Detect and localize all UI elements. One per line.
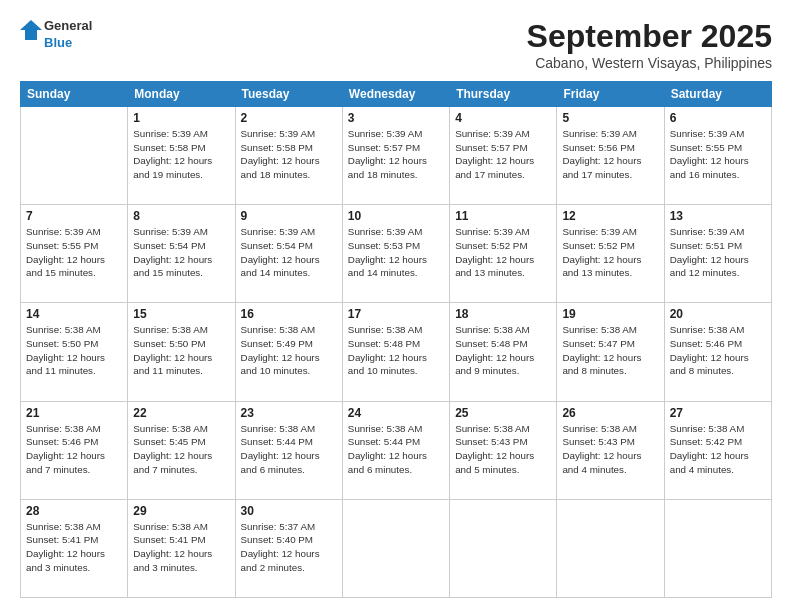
- day-cell: 13Sunrise: 5:39 AM Sunset: 5:51 PM Dayli…: [664, 205, 771, 303]
- day-cell: 23Sunrise: 5:38 AM Sunset: 5:44 PM Dayli…: [235, 401, 342, 499]
- day-cell: 26Sunrise: 5:38 AM Sunset: 5:43 PM Dayli…: [557, 401, 664, 499]
- day-cell: 17Sunrise: 5:38 AM Sunset: 5:48 PM Dayli…: [342, 303, 449, 401]
- day-number: 17: [348, 307, 444, 321]
- day-number: 3: [348, 111, 444, 125]
- day-info: Sunrise: 5:39 AM Sunset: 5:52 PM Dayligh…: [455, 225, 551, 280]
- day-info: Sunrise: 5:38 AM Sunset: 5:50 PM Dayligh…: [133, 323, 229, 378]
- day-number: 22: [133, 406, 229, 420]
- day-number: 20: [670, 307, 766, 321]
- day-cell: 8Sunrise: 5:39 AM Sunset: 5:54 PM Daylig…: [128, 205, 235, 303]
- day-number: 27: [670, 406, 766, 420]
- day-cell: 25Sunrise: 5:38 AM Sunset: 5:43 PM Dayli…: [450, 401, 557, 499]
- month-title: September 2025: [527, 18, 772, 55]
- day-number: 30: [241, 504, 337, 518]
- day-number: 24: [348, 406, 444, 420]
- day-cell: 12Sunrise: 5:39 AM Sunset: 5:52 PM Dayli…: [557, 205, 664, 303]
- day-cell: 21Sunrise: 5:38 AM Sunset: 5:46 PM Dayli…: [21, 401, 128, 499]
- day-number: 7: [26, 209, 122, 223]
- logo: General Blue: [20, 18, 92, 52]
- day-number: 6: [670, 111, 766, 125]
- day-info: Sunrise: 5:38 AM Sunset: 5:43 PM Dayligh…: [455, 422, 551, 477]
- day-info: Sunrise: 5:39 AM Sunset: 5:57 PM Dayligh…: [455, 127, 551, 182]
- day-info: Sunrise: 5:38 AM Sunset: 5:49 PM Dayligh…: [241, 323, 337, 378]
- day-info: Sunrise: 5:38 AM Sunset: 5:44 PM Dayligh…: [241, 422, 337, 477]
- day-cell: 16Sunrise: 5:38 AM Sunset: 5:49 PM Dayli…: [235, 303, 342, 401]
- day-cell: 1Sunrise: 5:39 AM Sunset: 5:58 PM Daylig…: [128, 107, 235, 205]
- day-number: 14: [26, 307, 122, 321]
- day-cell: 27Sunrise: 5:38 AM Sunset: 5:42 PM Dayli…: [664, 401, 771, 499]
- day-number: 21: [26, 406, 122, 420]
- col-header-monday: Monday: [128, 82, 235, 107]
- day-cell: 29Sunrise: 5:38 AM Sunset: 5:41 PM Dayli…: [128, 499, 235, 597]
- day-number: 25: [455, 406, 551, 420]
- day-cell: 4Sunrise: 5:39 AM Sunset: 5:57 PM Daylig…: [450, 107, 557, 205]
- header: General Blue September 2025 Cabano, West…: [20, 18, 772, 71]
- day-cell: 22Sunrise: 5:38 AM Sunset: 5:45 PM Dayli…: [128, 401, 235, 499]
- day-info: Sunrise: 5:37 AM Sunset: 5:40 PM Dayligh…: [241, 520, 337, 575]
- day-cell: 15Sunrise: 5:38 AM Sunset: 5:50 PM Dayli…: [128, 303, 235, 401]
- calendar-table: SundayMondayTuesdayWednesdayThursdayFrid…: [20, 81, 772, 598]
- day-info: Sunrise: 5:38 AM Sunset: 5:48 PM Dayligh…: [455, 323, 551, 378]
- day-cell: [557, 499, 664, 597]
- day-info: Sunrise: 5:39 AM Sunset: 5:51 PM Dayligh…: [670, 225, 766, 280]
- day-number: 23: [241, 406, 337, 420]
- day-number: 18: [455, 307, 551, 321]
- title-block: September 2025 Cabano, Western Visayas, …: [527, 18, 772, 71]
- day-info: Sunrise: 5:38 AM Sunset: 5:46 PM Dayligh…: [670, 323, 766, 378]
- day-cell: 30Sunrise: 5:37 AM Sunset: 5:40 PM Dayli…: [235, 499, 342, 597]
- day-cell: 7Sunrise: 5:39 AM Sunset: 5:55 PM Daylig…: [21, 205, 128, 303]
- day-number: 19: [562, 307, 658, 321]
- day-number: 5: [562, 111, 658, 125]
- day-cell: 5Sunrise: 5:39 AM Sunset: 5:56 PM Daylig…: [557, 107, 664, 205]
- day-cell: [342, 499, 449, 597]
- day-cell: 28Sunrise: 5:38 AM Sunset: 5:41 PM Dayli…: [21, 499, 128, 597]
- day-info: Sunrise: 5:38 AM Sunset: 5:48 PM Dayligh…: [348, 323, 444, 378]
- day-number: 9: [241, 209, 337, 223]
- col-header-wednesday: Wednesday: [342, 82, 449, 107]
- day-cell: [21, 107, 128, 205]
- day-cell: 11Sunrise: 5:39 AM Sunset: 5:52 PM Dayli…: [450, 205, 557, 303]
- day-info: Sunrise: 5:38 AM Sunset: 5:43 PM Dayligh…: [562, 422, 658, 477]
- day-cell: 9Sunrise: 5:39 AM Sunset: 5:54 PM Daylig…: [235, 205, 342, 303]
- week-row-3: 14Sunrise: 5:38 AM Sunset: 5:50 PM Dayli…: [21, 303, 772, 401]
- day-number: 12: [562, 209, 658, 223]
- day-info: Sunrise: 5:39 AM Sunset: 5:53 PM Dayligh…: [348, 225, 444, 280]
- day-cell: [450, 499, 557, 597]
- day-number: 11: [455, 209, 551, 223]
- day-info: Sunrise: 5:38 AM Sunset: 5:44 PM Dayligh…: [348, 422, 444, 477]
- day-number: 29: [133, 504, 229, 518]
- day-cell: 6Sunrise: 5:39 AM Sunset: 5:55 PM Daylig…: [664, 107, 771, 205]
- day-number: 4: [455, 111, 551, 125]
- day-cell: 19Sunrise: 5:38 AM Sunset: 5:47 PM Dayli…: [557, 303, 664, 401]
- col-header-thursday: Thursday: [450, 82, 557, 107]
- day-number: 26: [562, 406, 658, 420]
- day-info: Sunrise: 5:39 AM Sunset: 5:56 PM Dayligh…: [562, 127, 658, 182]
- day-info: Sunrise: 5:38 AM Sunset: 5:42 PM Dayligh…: [670, 422, 766, 477]
- day-number: 15: [133, 307, 229, 321]
- day-number: 28: [26, 504, 122, 518]
- logo-blue-text: Blue: [44, 35, 92, 52]
- week-row-1: 1Sunrise: 5:39 AM Sunset: 5:58 PM Daylig…: [21, 107, 772, 205]
- day-number: 10: [348, 209, 444, 223]
- day-cell: [664, 499, 771, 597]
- day-cell: 2Sunrise: 5:39 AM Sunset: 5:58 PM Daylig…: [235, 107, 342, 205]
- logo-general-text: General: [44, 18, 92, 35]
- day-number: 13: [670, 209, 766, 223]
- day-number: 8: [133, 209, 229, 223]
- col-header-sunday: Sunday: [21, 82, 128, 107]
- day-info: Sunrise: 5:39 AM Sunset: 5:58 PM Dayligh…: [241, 127, 337, 182]
- day-cell: 3Sunrise: 5:39 AM Sunset: 5:57 PM Daylig…: [342, 107, 449, 205]
- col-header-tuesday: Tuesday: [235, 82, 342, 107]
- day-info: Sunrise: 5:39 AM Sunset: 5:54 PM Dayligh…: [133, 225, 229, 280]
- location: Cabano, Western Visayas, Philippines: [527, 55, 772, 71]
- week-row-4: 21Sunrise: 5:38 AM Sunset: 5:46 PM Dayli…: [21, 401, 772, 499]
- col-header-saturday: Saturday: [664, 82, 771, 107]
- day-cell: 18Sunrise: 5:38 AM Sunset: 5:48 PM Dayli…: [450, 303, 557, 401]
- day-info: Sunrise: 5:39 AM Sunset: 5:54 PM Dayligh…: [241, 225, 337, 280]
- day-info: Sunrise: 5:38 AM Sunset: 5:50 PM Dayligh…: [26, 323, 122, 378]
- day-number: 2: [241, 111, 337, 125]
- day-info: Sunrise: 5:39 AM Sunset: 5:57 PM Dayligh…: [348, 127, 444, 182]
- week-row-2: 7Sunrise: 5:39 AM Sunset: 5:55 PM Daylig…: [21, 205, 772, 303]
- logo-bird-icon: [20, 20, 42, 50]
- col-header-friday: Friday: [557, 82, 664, 107]
